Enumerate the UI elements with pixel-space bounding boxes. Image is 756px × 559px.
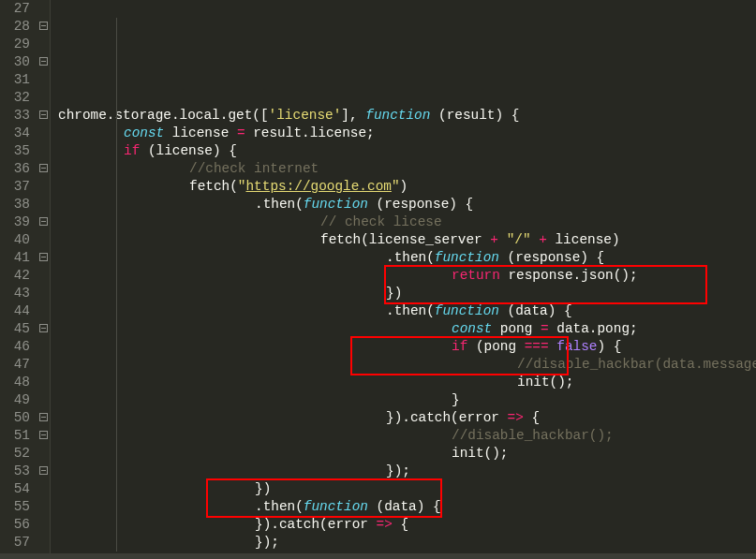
- line-number: 27: [0, 0, 30, 18]
- fold-marker: [37, 231, 50, 249]
- code-line[interactable]: chrome.storage.local.get(['license'], fu…: [54, 107, 756, 125]
- code-line[interactable]: }): [54, 480, 756, 498]
- line-number: 38: [0, 196, 30, 213]
- line-number: 33: [0, 107, 30, 125]
- fold-marker[interactable]: [37, 107, 50, 125]
- line-number: 39: [0, 213, 30, 231]
- fold-marker[interactable]: [37, 463, 50, 480]
- fold-marker: [37, 356, 50, 374]
- line-number: 36: [0, 160, 30, 178]
- line-number: 41: [0, 249, 30, 267]
- fold-marker: [37, 374, 50, 391]
- code-line[interactable]: });: [54, 534, 756, 552]
- line-number: 43: [0, 285, 30, 302]
- code-line[interactable]: }).catch(error => {: [54, 516, 756, 534]
- line-number: 55: [0, 498, 30, 516]
- code-line[interactable]: //disable_hackbar();: [54, 427, 756, 445]
- fold-marker[interactable]: [37, 249, 50, 267]
- line-number: 45: [0, 320, 30, 338]
- fold-marker: [37, 480, 50, 498]
- line-number: 44: [0, 302, 30, 320]
- line-number: 47: [0, 356, 30, 374]
- code-line[interactable]: fetch(license_server + "/" + license): [54, 231, 756, 249]
- fold-marker: [37, 267, 50, 285]
- line-number: 31: [0, 71, 30, 89]
- line-number: 52: [0, 445, 30, 463]
- fold-marker: [37, 534, 50, 552]
- line-number: 40: [0, 231, 30, 249]
- fold-marker: [37, 36, 50, 53]
- code-line[interactable]: .then(function (data) {: [54, 302, 756, 320]
- fold-marker: [37, 285, 50, 302]
- fold-marker: [37, 338, 50, 356]
- fold-marker: [37, 71, 50, 89]
- code-line[interactable]: if (pong === false) {: [54, 338, 756, 356]
- code-line[interactable]: if (license) {: [54, 142, 756, 160]
- code-area[interactable]: chrome.storage.local.get(['license'], fu…: [51, 0, 756, 559]
- fold-marker[interactable]: [37, 53, 50, 71]
- line-number: 37: [0, 178, 30, 196]
- code-line[interactable]: });: [54, 463, 756, 480]
- line-number-gutter: 2728293031323334353637383940414243444546…: [0, 0, 37, 559]
- fold-column[interactable]: [37, 0, 51, 559]
- fold-marker: [37, 0, 50, 18]
- code-editor[interactable]: 2728293031323334353637383940414243444546…: [0, 0, 756, 559]
- line-number: 54: [0, 480, 30, 498]
- line-number: 46: [0, 338, 30, 356]
- fold-marker: [37, 498, 50, 516]
- fold-marker[interactable]: [37, 18, 50, 36]
- code-line[interactable]: .then(function (response) {: [54, 196, 756, 213]
- line-number: 57: [0, 534, 30, 552]
- fold-marker: [37, 142, 50, 160]
- code-line[interactable]: //check internet: [54, 160, 756, 178]
- code-line[interactable]: [54, 89, 756, 107]
- line-number: 53: [0, 463, 30, 480]
- line-number: 42: [0, 267, 30, 285]
- code-line[interactable]: init();: [54, 445, 756, 463]
- code-line[interactable]: }: [54, 391, 756, 409]
- line-number: 49: [0, 391, 30, 409]
- code-line[interactable]: }): [54, 285, 756, 302]
- line-number: 28: [0, 18, 30, 36]
- line-number: 35: [0, 142, 30, 160]
- fold-marker: [37, 125, 50, 142]
- code-line[interactable]: const pong = data.pong;: [54, 320, 756, 338]
- code-line[interactable]: .then(function (data) {: [54, 498, 756, 516]
- fold-marker: [37, 445, 50, 463]
- line-number: 32: [0, 89, 30, 107]
- code-line[interactable]: const license = result.license;: [54, 125, 756, 142]
- fold-marker[interactable]: [37, 427, 50, 445]
- fold-marker[interactable]: [37, 160, 50, 178]
- line-number: 30: [0, 53, 30, 71]
- line-number: 34: [0, 125, 30, 142]
- fold-marker: [37, 302, 50, 320]
- line-number: 48: [0, 374, 30, 391]
- code-line[interactable]: fetch("https://google.com"): [54, 178, 756, 196]
- code-line[interactable]: .then(function (response) {: [54, 249, 756, 267]
- line-number: 29: [0, 36, 30, 53]
- fold-marker: [37, 178, 50, 196]
- code-line[interactable]: // check licese: [54, 213, 756, 231]
- fold-marker[interactable]: [37, 213, 50, 231]
- fold-marker: [37, 89, 50, 107]
- code-line[interactable]: }).catch(error => {: [54, 409, 756, 427]
- line-number: 56: [0, 516, 30, 534]
- code-line[interactable]: init();: [54, 374, 756, 391]
- fold-marker: [37, 516, 50, 534]
- code-line[interactable]: return response.json();: [54, 267, 756, 285]
- status-bar: [0, 553, 756, 559]
- fold-marker: [37, 391, 50, 409]
- code-line[interactable]: //disable_hackbar(data.message);: [54, 356, 756, 374]
- line-number: 51: [0, 427, 30, 445]
- fold-marker: [37, 196, 50, 213]
- fold-marker[interactable]: [37, 320, 50, 338]
- fold-marker[interactable]: [37, 409, 50, 427]
- line-number: 50: [0, 409, 30, 427]
